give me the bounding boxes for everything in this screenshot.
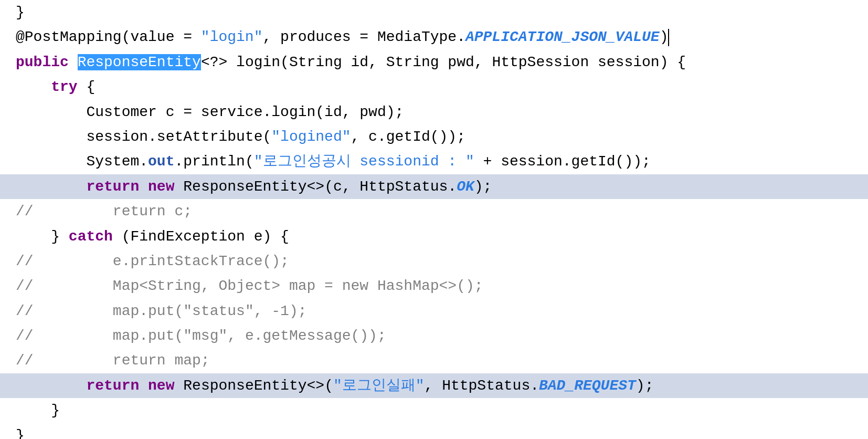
code-line-customer: Customer c = service.login(id, pwd); — [0, 100, 868, 124]
code-line-sysout: System.out.println("로그인성공시 sessionid : "… — [0, 149, 868, 174]
code-editor: } @PostMapping(value = "login", produces… — [0, 0, 868, 439]
code-line-comment-stacktrace: // e.printStackTrace(); — [0, 249, 868, 274]
code-line-comment-map-decl: // Map<String, Object> map = new HashMap… — [0, 274, 868, 298]
code-line-postmapping: @PostMapping(value = "login", produces =… — [0, 25, 868, 49]
code-line-return-ok: return new ResponseEntity<>(c, HttpStatu… — [0, 174, 868, 199]
code-line-catch: } catch (FindException e) { — [0, 224, 868, 249]
code-line-try: try { — [0, 75, 868, 99]
code-line-comment-return-map: // return map; — [0, 348, 868, 373]
code-line-close-catch: } — [0, 398, 868, 423]
code-line-close-method: } — [0, 423, 868, 439]
code-line-comment-return-c: // return c; — [0, 199, 868, 224]
code-line-return-bad: return new ResponseEntity<>("로그인실패", Htt… — [0, 373, 868, 398]
code-line-comment-map-msg: // map.put("msg", e.getMessage()); — [0, 323, 868, 348]
code-line-comment-map-status: // map.put("status", -1); — [0, 299, 868, 323]
code-line-method-sig: public ResponseEntity<?> login(String id… — [0, 50, 868, 75]
code-line-partial-top: } — [0, 0, 868, 25]
code-line-session-setattribute: session.setAttribute("logined", c.getId(… — [0, 124, 868, 149]
